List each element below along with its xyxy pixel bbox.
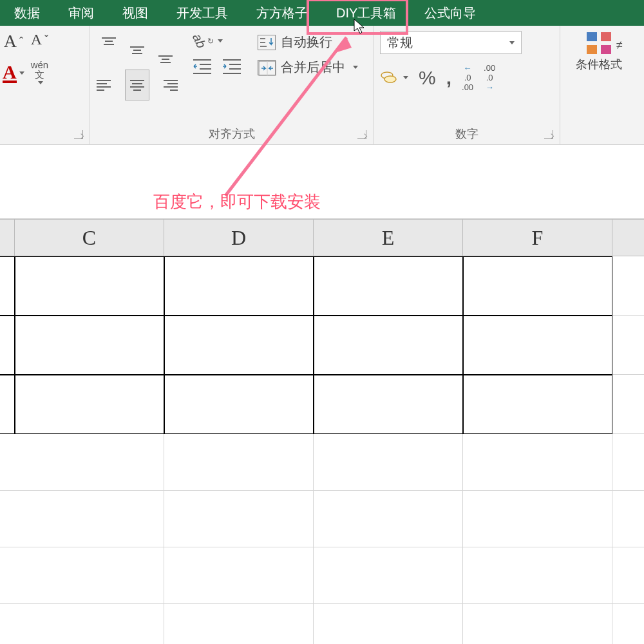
cell[interactable] — [463, 547, 612, 604]
column-header-d[interactable]: D — [164, 220, 314, 256]
merge-center-button[interactable]: 合并后居中 — [258, 59, 358, 76]
column-header-partial[interactable] — [0, 220, 15, 256]
table-row — [0, 434, 644, 491]
alignment-group: ab ↻ 自动换行 — [90, 26, 374, 144]
conditional-format-label: 条件格式 — [576, 57, 622, 72]
cell[interactable] — [463, 375, 612, 434]
cell[interactable] — [314, 375, 463, 434]
styles-group: ≠ 条件格式 — [560, 26, 638, 144]
tab-fangfang[interactable]: 方方格子 — [242, 0, 322, 26]
cell[interactable] — [314, 491, 463, 547]
dialog-launcher-icon[interactable] — [544, 130, 553, 139]
accounting-format-button[interactable] — [380, 70, 408, 86]
cell[interactable] — [0, 434, 164, 491]
align-left-button[interactable] — [97, 70, 121, 100]
increase-indent-icon — [222, 57, 243, 77]
font-color-button[interactable]: A — [3, 63, 24, 83]
align-right-button[interactable] — [153, 70, 178, 100]
merge-center-icon — [258, 60, 276, 75]
wrap-text-button[interactable]: 自动换行 — [258, 33, 358, 51]
cell[interactable] — [463, 604, 612, 644]
ribbon-tab-bar: 数据 审阅 视图 开发工具 方方格子 DIY工具箱 公式向导 — [0, 0, 644, 26]
dropdown-icon — [509, 41, 515, 44]
cell[interactable] — [612, 434, 644, 491]
cell[interactable] — [15, 256, 164, 316]
merge-center-label: 合并后居中 — [281, 59, 345, 76]
percent-format-button[interactable]: % — [419, 67, 436, 89]
annotation-text: 百度它，即可下载安装 — [153, 191, 321, 213]
column-header-e[interactable]: E — [314, 220, 463, 256]
svg-point-2 — [384, 76, 396, 82]
conditional-format-button[interactable]: ≠ 条件格式 — [576, 31, 622, 72]
phonetic-button[interactable]: wén文 — [31, 60, 49, 84]
cell[interactable] — [0, 375, 15, 434]
cell[interactable] — [612, 491, 644, 547]
number-format-value: 常规 — [387, 34, 507, 52]
decrease-font-down-icon: ˇ — [44, 33, 48, 46]
cell[interactable] — [0, 316, 15, 375]
cell[interactable] — [612, 604, 644, 644]
cell[interactable] — [15, 316, 164, 375]
decrease-indent-button[interactable] — [192, 57, 214, 77]
cell[interactable] — [164, 256, 314, 316]
cell[interactable] — [164, 547, 314, 604]
column-header-partial-right[interactable] — [612, 220, 644, 256]
rows-area — [0, 256, 644, 644]
cell[interactable] — [0, 256, 15, 316]
dialog-launcher-icon[interactable] — [74, 130, 83, 139]
cell[interactable] — [314, 256, 463, 316]
increase-decimal-button[interactable]: ← .0 .00 — [462, 63, 473, 92]
cell[interactable] — [0, 604, 164, 644]
align-center-button[interactable] — [125, 70, 149, 100]
cell[interactable] — [612, 256, 644, 316]
cell[interactable] — [314, 547, 463, 604]
cell[interactable] — [164, 604, 314, 644]
cell[interactable] — [463, 491, 612, 547]
tab-data[interactable]: 数据 — [0, 0, 54, 26]
tab-review[interactable]: 审阅 — [54, 0, 108, 26]
decrease-decimal-button[interactable]: .00 .0 → — [484, 63, 495, 92]
align-top-button[interactable] — [97, 35, 121, 66]
cell[interactable] — [463, 316, 612, 375]
decrease-font-button[interactable]: A ˇ — [31, 31, 48, 48]
column-header-c[interactable]: C — [15, 220, 164, 256]
increase-font-button[interactable]: A ˆ — [4, 31, 23, 52]
align-middle-button[interactable] — [125, 35, 149, 66]
orientation-icon: ab — [189, 32, 209, 51]
cell[interactable] — [164, 316, 314, 375]
table-row — [0, 375, 644, 434]
tab-developer[interactable]: 开发工具 — [162, 0, 242, 26]
cell[interactable] — [314, 604, 463, 644]
tab-diytools[interactable]: DIY工具箱 — [322, 0, 410, 26]
wrap-text-label: 自动换行 — [281, 33, 332, 51]
orientation-button[interactable]: ab ↻ — [192, 33, 243, 48]
styles-group-label — [567, 138, 631, 142]
column-header-f[interactable]: F — [463, 220, 612, 256]
cell[interactable] — [463, 434, 612, 491]
dialog-launcher-icon[interactable] — [357, 130, 366, 139]
font-color-icon: A — [3, 63, 17, 83]
cell[interactable] — [463, 256, 612, 316]
phonetic-icon: wén文 — [31, 60, 49, 79]
tab-view[interactable]: 视图 — [108, 0, 162, 26]
cell[interactable] — [0, 547, 164, 604]
cell[interactable] — [612, 547, 644, 604]
alignment-group-label: 对齐方式 — [97, 122, 366, 142]
cell[interactable] — [314, 434, 463, 491]
increase-indent-button[interactable] — [222, 57, 243, 77]
font-group-label — [6, 138, 83, 142]
number-format-combo[interactable]: 常规 — [380, 31, 522, 54]
cell[interactable] — [164, 375, 314, 434]
align-bottom-button[interactable] — [153, 35, 178, 66]
cell[interactable] — [314, 316, 463, 375]
cell[interactable] — [164, 434, 314, 491]
cell[interactable] — [612, 375, 644, 434]
comma-format-button[interactable]: , — [446, 67, 451, 89]
tab-formulawiz[interactable]: 公式向导 — [410, 0, 490, 26]
dropdown-icon — [38, 81, 43, 84]
cell[interactable] — [164, 491, 314, 547]
cell[interactable] — [612, 316, 644, 375]
cell[interactable] — [0, 491, 164, 547]
dropdown-icon — [403, 76, 408, 79]
cell[interactable] — [15, 375, 164, 434]
